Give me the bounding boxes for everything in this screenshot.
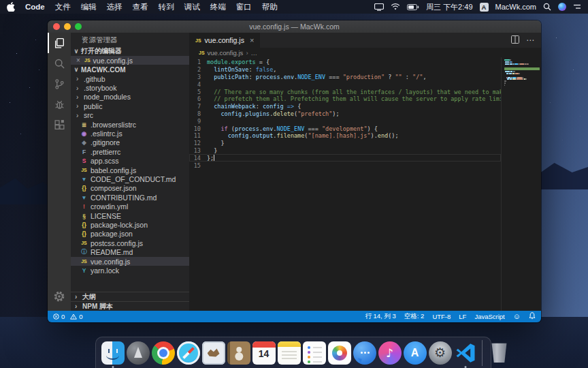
menu-item[interactable]: 帮助 (262, 2, 278, 12)
file-item[interactable]: {}package-lock.json (71, 220, 189, 229)
minimap[interactable] (501, 57, 541, 311)
dock-item-safari[interactable] (177, 341, 200, 365)
code-line[interactable]: 13 } (189, 147, 501, 155)
window-title-bar[interactable]: vue.config.js — MacWk.com (48, 20, 541, 33)
code-line[interactable]: 3 publicPath: process.env.NODE_ENV === "… (189, 74, 501, 81)
status-item[interactable]: 空格: 2 (404, 312, 425, 321)
close-window-button[interactable] (53, 23, 60, 30)
menu-item[interactable]: 文件 (55, 2, 71, 12)
open-editors-header[interactable]: ∨ 打开的编辑器 (71, 46, 189, 56)
dock-item-trash[interactable] (488, 341, 511, 365)
file-item[interactable]: ◉.eslintrc.js (71, 129, 189, 138)
activity-explorer-icon[interactable] (48, 33, 71, 53)
dock-item-mail[interactable] (202, 341, 225, 365)
file-item[interactable]: {}composer.json (71, 184, 189, 193)
tab-vue-config[interactable]: JS vue.config.js × (189, 33, 260, 48)
dock-item-photos[interactable] (328, 341, 351, 365)
close-icon[interactable]: × (76, 57, 82, 64)
folder-item[interactable]: ›node_modules (71, 93, 189, 102)
file-item[interactable]: F.prettierrc (71, 147, 189, 156)
problems-errors[interactable]: 0 (53, 313, 65, 320)
dock-item-contacts[interactable] (227, 341, 250, 365)
menu-item[interactable]: 转到 (159, 2, 174, 12)
minimize-window-button[interactable] (64, 23, 71, 30)
more-actions-icon[interactable]: ⋯ (526, 35, 534, 45)
code-line[interactable]: 6 // prefetch them all. Prefetching them… (189, 95, 501, 103)
dock-item-reminders[interactable] (303, 341, 326, 365)
menubar-site-label[interactable]: MacWk.com (495, 3, 537, 11)
apple-menu-icon[interactable] (7, 2, 15, 12)
code-line[interactable]: 1module.exports = { (189, 59, 501, 66)
menu-item[interactable]: 选择 (107, 2, 122, 12)
status-item[interactable]: UTF-8 (432, 313, 451, 320)
display-icon[interactable] (374, 3, 384, 11)
project-folder-header[interactable]: ∨ MACWK.COM (71, 65, 189, 74)
activity-search-icon[interactable] (48, 53, 71, 74)
notification-center-icon[interactable] (573, 3, 581, 10)
code-line[interactable]: 5 // There are so many chunks (from all … (189, 88, 501, 95)
activity-settings-icon[interactable] (48, 286, 71, 307)
menu-item[interactable]: 编辑 (81, 2, 97, 12)
file-item[interactable]: ▼CODE_OF_CONDUCT.md (71, 174, 189, 183)
code-editor[interactable]: 1module.exports = {2 lintOnSave: false,3… (189, 57, 501, 311)
file-item[interactable]: ▼CONTRIBUTING.md (71, 193, 189, 202)
feedback-smiley-icon[interactable]: ☺ (513, 313, 521, 320)
status-item[interactable]: JavaScript (474, 313, 504, 320)
zoom-window-button[interactable] (75, 23, 82, 30)
file-item[interactable]: JSpostcss.config.js (71, 239, 189, 247)
breadcrumb-file[interactable]: vue.config.js (208, 49, 244, 57)
activity-extensions-icon[interactable] (48, 114, 71, 135)
code-line[interactable]: 8 config.plugins.delete("prefetch"); (189, 110, 501, 118)
dock-item-launchpad[interactable] (127, 341, 150, 365)
folder-item[interactable]: ›public (71, 102, 189, 110)
activity-debug-icon[interactable] (48, 94, 71, 114)
menu-item[interactable]: 调试 (184, 2, 200, 12)
dock-item-sysprefs[interactable]: ⚙ (429, 341, 452, 365)
outline-section[interactable]: › 大纲 (71, 292, 189, 301)
activity-source-control-icon[interactable] (48, 74, 71, 94)
breadcrumb-more[interactable]: … (251, 49, 258, 57)
dock-item-notes[interactable] (278, 341, 301, 365)
wifi-icon[interactable] (391, 3, 400, 11)
file-item[interactable]: §LICENSE (71, 211, 189, 220)
dock-item-finder[interactable] (101, 341, 125, 365)
folder-item[interactable]: ›.github (71, 74, 189, 83)
dock-item-calendar[interactable]: 14 (252, 341, 276, 365)
folder-item[interactable]: ›src (71, 111, 189, 120)
folder-item[interactable]: ›.storybook (71, 83, 189, 92)
code-line[interactable]: 11 config.output.filename("[name].[hash]… (189, 132, 501, 140)
code-line[interactable]: 15 (189, 162, 501, 169)
spotlight-search-icon[interactable] (543, 3, 551, 11)
menubar-clock[interactable]: 周三 下午2:49 (426, 2, 472, 12)
file-item[interactable]: JSvue.config.js (71, 257, 189, 266)
file-item[interactable]: !crowdin.yml (71, 202, 189, 211)
file-item[interactable]: JSbabel.config.js (71, 166, 189, 174)
notifications-bell-icon[interactable] (529, 312, 536, 321)
dock-item-vscode[interactable] (454, 341, 477, 365)
code-line[interactable]: 12 } (189, 140, 501, 147)
file-item[interactable]: {}package.json (71, 230, 189, 239)
code-line[interactable]: 14}; (189, 154, 501, 162)
input-method-icon[interactable]: A (480, 3, 489, 12)
menu-item[interactable]: 窗口 (236, 2, 252, 12)
code-line[interactable]: 10 if (process.env.NODE_ENV === "develop… (189, 125, 501, 132)
siri-icon[interactable] (558, 3, 566, 11)
battery-icon[interactable] (407, 4, 419, 10)
status-item[interactable]: LF (459, 313, 466, 320)
file-item[interactable]: Sapp.scss (71, 157, 189, 166)
file-item[interactable]: ⓘREADME.md (71, 247, 189, 256)
problems-warnings[interactable]: 0 (70, 313, 82, 320)
code-line[interactable]: 9 (189, 117, 501, 125)
split-editor-icon[interactable] (511, 34, 519, 46)
dock-item-appstore[interactable]: A (404, 341, 427, 365)
dock-item-messages[interactable] (353, 341, 376, 365)
npm-scripts-section[interactable]: › NPM 脚本 (71, 301, 189, 311)
active-app-name[interactable]: Code (25, 3, 45, 11)
file-item[interactable]: ◆.gitignore (71, 138, 189, 147)
open-editor-item[interactable]: × JS vue.config.js (71, 56, 189, 65)
file-item[interactable]: ≣.browserslistrc (71, 120, 189, 129)
code-line[interactable]: 4 (189, 80, 501, 88)
tab-close-icon[interactable]: × (250, 36, 254, 44)
dock-item-itunes[interactable]: ♪ (378, 341, 402, 365)
code-line[interactable]: 2 lintOnSave: false, (189, 66, 501, 74)
